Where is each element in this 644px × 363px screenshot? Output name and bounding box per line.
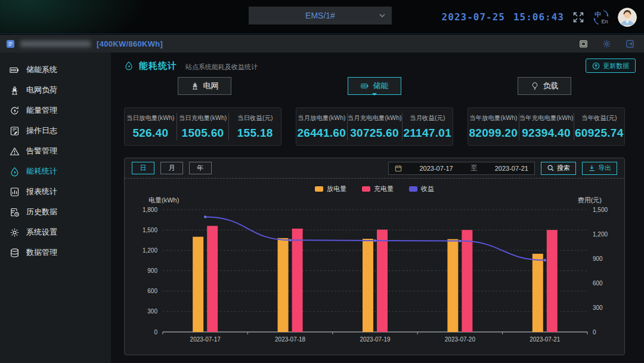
svg-text:1,200: 1,200 — [593, 231, 608, 238]
sidebar-item-energy-management[interactable]: 能量管理 — [0, 100, 111, 121]
search-button[interactable]: 搜索 — [541, 162, 576, 175]
range-separator: 至 — [470, 164, 477, 173]
exit-system-button[interactable] — [626, 39, 634, 48]
svg-text:2023-07-18: 2023-07-18 — [275, 336, 306, 343]
transmission-tower-icon — [191, 82, 199, 90]
svg-text:600: 600 — [147, 288, 157, 294]
stat-label: 当日充电量(kWh) — [179, 114, 227, 122]
history-clock-icon — [10, 207, 20, 217]
user-avatar[interactable] — [618, 8, 637, 27]
chevron-down-icon — [379, 14, 385, 17]
ems-dashboard: EMS/1# 2023-07-25 15:06:43 中 En — [0, 0, 644, 363]
export-button[interactable]: 导出 — [582, 162, 617, 175]
legend-swatch-profit — [409, 186, 417, 192]
svg-text:1,800: 1,800 — [143, 207, 157, 213]
svg-text:1,500: 1,500 — [143, 227, 157, 233]
avatar-image — [618, 8, 637, 27]
monitor-view-button[interactable] — [579, 39, 588, 48]
stat-daily-profit: 当日收益(元) 155.18 — [228, 113, 281, 140]
left-axis-title: 电量(kWh) — [148, 196, 179, 205]
sidebar-item-report-statistics[interactable]: 报表统计 — [0, 182, 111, 202]
sidebar-item-data-management[interactable]: 数据管理 — [0, 242, 111, 263]
alarm-triangle-icon — [10, 146, 20, 156]
search-icon — [547, 164, 555, 172]
sidebar-item-grid-load[interactable]: 电网负荷 — [0, 80, 111, 100]
legend-profit[interactable]: 收益 — [409, 184, 434, 193]
main-content: 能耗统计 站点系统能耗及收益统计 更新数据 电网 — [111, 53, 644, 363]
tab-label: 储能 — [373, 81, 389, 91]
svg-text:2023-07-20: 2023-07-20 — [445, 336, 476, 343]
stat-card-daily: 当日放电量(kWh) 526.40 当日充电量(kWh) 1505.60 当日收… — [124, 107, 281, 146]
stat-label: 当月充电电量(kWh) — [348, 114, 402, 122]
settings-gear-button[interactable] — [602, 39, 611, 48]
range-start-date: 2023-07-17 — [419, 165, 453, 172]
report-chart-icon — [10, 187, 20, 197]
refresh-data-button[interactable]: 更新数据 — [586, 59, 636, 73]
range-end-date: 2023-07-21 — [495, 165, 528, 172]
period-year-button[interactable]: 年 — [189, 162, 212, 174]
stat-value: 82099.20 — [469, 127, 518, 140]
settings-gear-icon — [10, 227, 20, 238]
station-capacity: [400KW/860KWh] — [97, 39, 163, 48]
sidebar-item-label: 告警管理 — [26, 146, 57, 156]
svg-text:2023-07-19: 2023-07-19 — [360, 336, 391, 343]
sidebar-item-history-data[interactable]: 历史数据 — [0, 202, 111, 222]
stat-label: 当年放电量(kWh) — [469, 114, 518, 122]
stat-cards-row: 当日放电量(kWh) 526.40 当日充电量(kWh) 1505.60 当日收… — [124, 107, 625, 146]
sidebar-item-operation-log[interactable]: 操作日志 — [0, 121, 111, 141]
stat-label: 当年充电电量(kWh) — [519, 114, 574, 122]
sidebar-item-label: 能耗统计 — [26, 166, 57, 177]
page-subtitle: 站点系统能耗及收益统计 — [185, 63, 258, 72]
stat-value: 60925.74 — [575, 127, 624, 140]
gear-icon — [602, 39, 611, 48]
stat-value: 526.40 — [132, 127, 168, 140]
svg-text:2023-07-21: 2023-07-21 — [530, 336, 561, 343]
legend-label: 充电量 — [374, 184, 394, 193]
tab-grid[interactable]: 电网 — [178, 77, 231, 95]
stat-label: 当月放电量(kWh) — [298, 114, 346, 122]
station-selector-value: EMS/1# — [305, 11, 335, 20]
monitor-icon — [579, 39, 588, 48]
stat-label: 当月收益(元) — [410, 114, 445, 122]
tab-load[interactable]: 负载 — [518, 77, 571, 95]
tab-storage[interactable]: 储能 — [348, 77, 401, 95]
period-day-button[interactable]: 日 — [132, 162, 154, 174]
download-icon — [588, 164, 596, 172]
stat-card-monthly: 当月放电量(kWh) 26441.60 当月充电电量(kWh) 30725.60… — [296, 107, 453, 146]
sidebar-item-label: 操作日志 — [26, 125, 57, 136]
stat-label: 当日放电量(kWh) — [126, 114, 175, 122]
sidebar-item-storage-system[interactable]: 储能系统 — [0, 60, 111, 80]
legend-charge[interactable]: 充电量 — [362, 184, 394, 193]
legend-discharge[interactable]: 放电量 — [315, 184, 346, 193]
battery-icon — [361, 82, 369, 90]
sidebar-item-energy-statistics[interactable]: 能耗统计 — [0, 161, 111, 182]
stat-value: 92394.40 — [522, 127, 571, 140]
station-selector[interactable]: EMS/1# — [249, 7, 392, 24]
sidebar-item-label: 系统设置 — [26, 227, 57, 238]
upload-circle-icon — [592, 62, 600, 70]
svg-text:300: 300 — [147, 308, 157, 315]
tab-label: 负载 — [543, 81, 559, 91]
period-month-button[interactable]: 月 — [160, 162, 183, 174]
database-icon — [10, 248, 20, 258]
stat-yearly-charge: 当年充电电量(kWh) 92394.40 — [519, 113, 574, 140]
language-toggle-button[interactable]: 中 En — [593, 9, 609, 26]
sidebar-item-label: 数据管理 — [26, 247, 57, 258]
station-name-redacted — [20, 41, 91, 47]
fullscreen-button[interactable] — [572, 11, 584, 23]
energy-cycle-icon — [10, 106, 20, 116]
svg-text:0: 0 — [593, 329, 596, 336]
stat-value: 30725.60 — [350, 127, 399, 140]
stat-label: 当日收益(元) — [237, 114, 273, 122]
energy-cost-chart: 03006009001,2001,5001,80003006009001,200… — [125, 205, 624, 352]
top-bar: EMS/1# 2023-07-25 15:06:43 中 En — [0, 0, 644, 34]
energy-drop-icon — [10, 167, 20, 177]
sidebar-item-alarm-management[interactable]: 告警管理 — [0, 141, 111, 161]
sidebar-item-system-settings[interactable]: 系统设置 — [0, 222, 111, 242]
stat-value: 21147.01 — [403, 127, 451, 140]
date-range-picker[interactable]: 2023-07-17 至 2023-07-21 — [388, 162, 535, 175]
svg-text:1,200: 1,200 — [143, 247, 157, 254]
stat-value: 26441.60 — [297, 127, 346, 140]
legend-label: 收益 — [421, 184, 434, 193]
stat-daily-discharge: 当日放电量(kWh) 526.40 — [125, 113, 177, 140]
